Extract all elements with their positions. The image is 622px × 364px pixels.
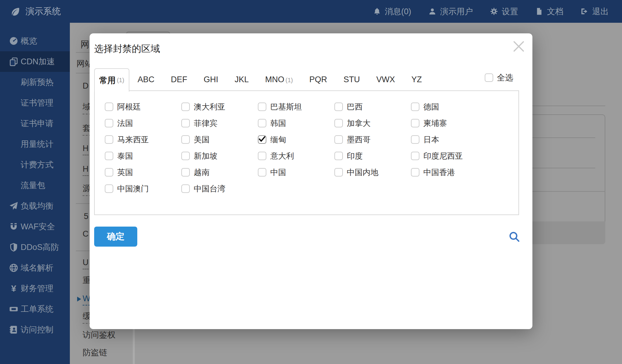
close-icon[interactable] bbox=[511, 38, 527, 55]
region-checkbox-11[interactable]: 马来西亚 bbox=[105, 131, 181, 148]
region-checkbox-15[interactable]: 日本 bbox=[411, 131, 487, 148]
checkbox bbox=[258, 103, 266, 111]
sidebar-item-12[interactable]: 域名解析 bbox=[0, 258, 70, 278]
sidebar-item-9[interactable]: 负载均衡 bbox=[0, 196, 70, 216]
region-checkbox-7[interactable]: 菲律宾 bbox=[181, 115, 258, 131]
region-checkbox-18[interactable]: 意大利 bbox=[258, 148, 334, 164]
region-checkbox-16[interactable]: 泰国 bbox=[105, 148, 181, 164]
checkbox bbox=[411, 119, 419, 127]
tab-pqr[interactable]: PQR bbox=[301, 75, 336, 84]
region-checkbox-8[interactable]: 韩国 bbox=[258, 115, 334, 131]
sidebar-item-label: CDN加速 bbox=[21, 56, 55, 67]
region-checkbox-22[interactable]: 越南 bbox=[181, 164, 258, 180]
checkbox bbox=[181, 103, 190, 111]
checkbox bbox=[334, 168, 343, 177]
region-checkbox-2[interactable]: 澳大利亚 bbox=[181, 99, 258, 115]
sidebar: 概览CDN加速刷新预热证书管理证书申请用量统计计费方式流量包负载均衡WAF安全D… bbox=[0, 23, 70, 364]
region-checkbox-13[interactable]: 缅甸 bbox=[258, 131, 334, 148]
region-checkbox-20[interactable]: 印度尼西亚 bbox=[411, 148, 487, 164]
region-label: 法国 bbox=[117, 118, 133, 129]
navbar-item-5[interactable]: 退出 bbox=[580, 6, 609, 17]
tab-vwx[interactable]: VWX bbox=[368, 75, 403, 84]
tab-abc[interactable]: ABC bbox=[129, 75, 163, 84]
tab-yz[interactable]: YZ bbox=[403, 75, 430, 84]
region-checkbox-6[interactable]: 法国 bbox=[105, 115, 181, 131]
sidebar-item-label: 工单系统 bbox=[21, 304, 53, 315]
navbar-item-3[interactable]: 设置 bbox=[490, 6, 518, 17]
yen-icon: ¥ bbox=[9, 283, 19, 294]
region-label: 马来西亚 bbox=[117, 134, 149, 145]
tab-label: VWX bbox=[376, 75, 395, 84]
navbar-item-1[interactable]: 消息(0) bbox=[373, 6, 411, 17]
navbar-item-label: 演示用户 bbox=[440, 6, 473, 17]
region-checkbox-23[interactable]: 中国 bbox=[258, 164, 334, 180]
region-checkbox-19[interactable]: 印度 bbox=[334, 148, 411, 164]
region-checkbox-27[interactable]: 中国台湾 bbox=[181, 180, 258, 197]
region-label: 中国 bbox=[270, 167, 286, 178]
sidebar-item-6[interactable]: 用量统计 bbox=[0, 134, 70, 154]
sidebar-item-10[interactable]: WAF安全 bbox=[0, 216, 70, 237]
tab-mno[interactable]: MNO(1) bbox=[257, 75, 301, 84]
region-checkbox-1[interactable]: 阿根廷 bbox=[105, 99, 181, 115]
region-label: 英国 bbox=[117, 167, 133, 178]
tab-def[interactable]: DEF bbox=[163, 75, 196, 84]
region-label: 墨西哥 bbox=[347, 134, 371, 145]
sidebar-item-label: 访问控制 bbox=[21, 324, 53, 335]
tab-common[interactable]: 常用 (1) bbox=[94, 68, 129, 92]
tab-label: PQR bbox=[309, 75, 327, 84]
checkbox bbox=[105, 168, 113, 177]
gear-icon bbox=[490, 7, 498, 15]
region-checkbox-25[interactable]: 中国香港 bbox=[411, 164, 487, 180]
sidebar-item-14[interactable]: 工单系统 bbox=[0, 299, 70, 319]
sidebar-item-4[interactable]: 证书管理 bbox=[0, 93, 70, 113]
background-scrollbar[interactable] bbox=[133, 329, 135, 364]
navbar-item-label: 退出 bbox=[592, 6, 609, 17]
sidebar-item-label: 证书管理 bbox=[21, 97, 53, 108]
modal-title: 选择封禁的区域 bbox=[94, 42, 160, 55]
sidebar-item-8[interactable]: 流量包 bbox=[0, 175, 70, 196]
region-checkbox-9[interactable]: 加拿大 bbox=[334, 115, 411, 131]
shield-icon bbox=[9, 242, 19, 252]
tab-label: DEF bbox=[171, 75, 187, 84]
region-checkbox-5[interactable]: 德国 bbox=[411, 99, 487, 115]
region-checkbox-26[interactable]: 中国澳门 bbox=[105, 180, 181, 197]
tab-label: GHI bbox=[204, 75, 218, 84]
sidebar-item-13[interactable]: ¥财务管理 bbox=[0, 278, 70, 299]
region-label: 意大利 bbox=[270, 151, 294, 161]
search-icon[interactable] bbox=[508, 231, 520, 243]
brand[interactable]: 演示系统 bbox=[10, 5, 61, 18]
sidebar-item-label: 计费方式 bbox=[21, 159, 53, 170]
sidebar-item-1[interactable]: 概览 bbox=[0, 31, 70, 51]
tab-stu[interactable]: STU bbox=[335, 75, 368, 84]
region-checkbox-17[interactable]: 新加坡 bbox=[181, 148, 258, 164]
navbar-item-2[interactable]: 演示用户 bbox=[428, 6, 473, 17]
region-checkbox-4[interactable]: 巴西 bbox=[334, 99, 411, 115]
region-label: 阿根廷 bbox=[117, 102, 141, 112]
tab-ghi[interactable]: GHI bbox=[196, 75, 227, 84]
sidebar-item-15[interactable]: 访问控制 bbox=[0, 319, 70, 340]
region-label: 德国 bbox=[423, 102, 439, 112]
region-label: 印度 bbox=[347, 151, 363, 161]
region-label: 韩国 bbox=[270, 118, 286, 129]
sidebar-item-11[interactable]: DDoS高防 bbox=[0, 237, 70, 258]
sidebar-item-5[interactable]: 证书申请 bbox=[0, 113, 70, 134]
tab-jkl[interactable]: JKL bbox=[227, 75, 257, 84]
navbar-item-4[interactable]: 文档 bbox=[535, 6, 563, 17]
region-checkbox-24[interactable]: 中国内地 bbox=[334, 164, 411, 180]
region-checkbox-3[interactable]: 巴基斯坦 bbox=[258, 99, 334, 115]
checkbox bbox=[181, 168, 190, 177]
region-label: 巴基斯坦 bbox=[270, 102, 302, 112]
region-checkbox-21[interactable]: 英国 bbox=[105, 164, 181, 180]
user-icon bbox=[428, 7, 436, 15]
region-checkbox-14[interactable]: 墨西哥 bbox=[334, 131, 411, 148]
confirm-button[interactable]: 确定 bbox=[94, 227, 137, 247]
region-grid: 阿根廷澳大利亚巴基斯坦巴西德国法国菲律宾韩国加拿大柬埔寨马来西亚美国缅甸墨西哥日… bbox=[94, 90, 519, 215]
region-checkbox-10[interactable]: 柬埔寨 bbox=[411, 115, 487, 131]
sidebar-item-7[interactable]: 计费方式 bbox=[0, 154, 70, 175]
region-label: 新加坡 bbox=[194, 151, 217, 161]
select-all-checkbox[interactable]: 全选 bbox=[485, 72, 513, 83]
region-checkbox-12[interactable]: 美国 bbox=[181, 131, 258, 148]
checkbox bbox=[105, 135, 113, 144]
sidebar-item-2[interactable]: CDN加速 bbox=[0, 51, 70, 72]
sidebar-item-3[interactable]: 刷新预热 bbox=[0, 72, 70, 93]
